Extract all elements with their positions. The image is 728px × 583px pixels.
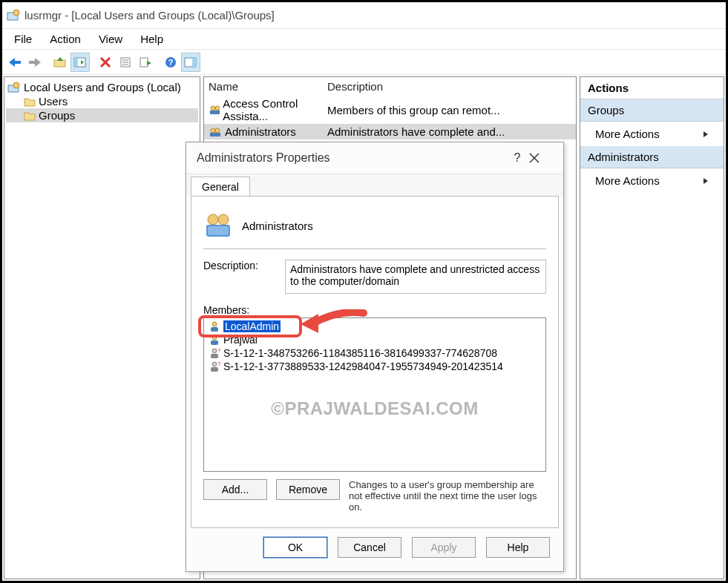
svg-point-26 xyxy=(211,128,215,133)
tree-root-label: Local Users and Groups (Local) xyxy=(24,81,181,93)
title-text: lusrmgr - [Local Users and Groups (Local… xyxy=(24,9,275,22)
folder-icon xyxy=(24,96,36,107)
svg-text:?: ? xyxy=(168,58,174,67)
svg-point-24 xyxy=(215,106,220,111)
svg-point-22 xyxy=(13,82,19,88)
help-icon[interactable]: ? xyxy=(161,53,180,72)
group-mgr-icon xyxy=(7,82,21,93)
svg-point-41 xyxy=(212,349,217,353)
show-hide-pane-icon[interactable] xyxy=(70,53,90,72)
up-folder-icon[interactable] xyxy=(50,53,70,72)
svg-point-27 xyxy=(215,128,220,133)
svg-rect-28 xyxy=(210,133,220,136)
action-pane-icon[interactable] xyxy=(181,53,200,72)
svg-rect-4 xyxy=(54,60,65,67)
tree-pane: Local Users and Groups (Local) Users Gro… xyxy=(4,76,200,579)
menu-file[interactable]: File xyxy=(8,31,44,47)
menu-help[interactable]: Help xyxy=(134,31,175,47)
description-label: Description: xyxy=(203,260,270,294)
tree-root[interactable]: Local Users and Groups (Local) xyxy=(6,80,198,94)
tree-users-label: Users xyxy=(39,95,68,108)
back-icon[interactable] xyxy=(5,53,24,72)
svg-rect-40 xyxy=(211,340,218,345)
svg-marker-29 xyxy=(704,131,708,137)
svg-rect-45 xyxy=(211,367,218,372)
group-name: Administrators xyxy=(242,220,313,232)
menu-view[interactable]: View xyxy=(93,31,134,47)
group-icon xyxy=(209,126,222,138)
titlebar: lusrmgr - [Local Users and Groups (Local… xyxy=(2,2,726,29)
toolbar: ? xyxy=(2,50,726,75)
svg-rect-25 xyxy=(210,111,220,114)
add-button[interactable]: Add... xyxy=(203,479,267,500)
svg-text:?: ? xyxy=(217,360,220,367)
member-row[interactable]: ? S-1-12-1-3773889533-1242984047-1955734… xyxy=(204,360,545,373)
properties-dialog: Administrators Properties ? General Admi… xyxy=(186,142,564,572)
svg-text:?: ? xyxy=(217,347,220,354)
tab-strip: General xyxy=(186,174,563,196)
svg-point-23 xyxy=(211,106,215,111)
col-name[interactable]: Name xyxy=(209,80,327,93)
help-button[interactable]: Help xyxy=(486,537,550,558)
delete-icon[interactable] xyxy=(96,53,115,72)
watermark-text: ©PRAJWALDESAI.COM xyxy=(204,398,545,419)
actions-header: Actions xyxy=(580,77,724,99)
menubar: File Action View Help xyxy=(2,29,726,50)
dialog-footer: OK Cancel Apply Help xyxy=(186,528,563,558)
svg-rect-42 xyxy=(211,354,218,358)
list-row[interactable]: Administrators Administrators have compl… xyxy=(204,124,576,139)
svg-marker-5 xyxy=(57,57,63,61)
dialog-title: Administrators Properties xyxy=(197,151,330,165)
properties-icon[interactable] xyxy=(116,53,135,72)
dialog-titlebar: Administrators Properties ? xyxy=(186,142,563,174)
svg-marker-47 xyxy=(301,314,318,333)
svg-point-1 xyxy=(13,10,19,16)
list-row[interactable]: Access Control Assista... Members of thi… xyxy=(204,96,576,124)
apply-button[interactable]: Apply xyxy=(412,537,476,558)
tab-general[interactable]: General xyxy=(191,177,250,197)
tree-groups[interactable]: Groups xyxy=(6,108,198,122)
annotation-arrow xyxy=(301,309,367,339)
dialog-body: Administrators Description: Administrato… xyxy=(191,196,559,528)
members-label: Members: xyxy=(203,304,546,316)
svg-point-44 xyxy=(212,362,217,366)
chevron-right-icon xyxy=(703,131,709,137)
description-field[interactable]: Administrators have complete and unrestr… xyxy=(285,260,546,294)
ok-button[interactable]: OK xyxy=(263,537,327,558)
remove-button[interactable]: Remove xyxy=(276,479,340,500)
close-icon[interactable] xyxy=(529,153,553,163)
svg-point-34 xyxy=(218,214,229,225)
svg-rect-15 xyxy=(140,58,148,67)
group-icon xyxy=(209,104,220,116)
tree-users[interactable]: Users xyxy=(6,94,198,108)
svg-marker-3 xyxy=(29,58,41,67)
col-desc[interactable]: Description xyxy=(327,80,571,93)
folder-icon xyxy=(24,111,36,121)
actions-section-admin: Administrators xyxy=(580,146,724,168)
menu-action[interactable]: Action xyxy=(44,31,93,47)
members-list[interactable]: LocalAdmin Prajwal ? S-1-12-1-348753266-… xyxy=(203,317,546,472)
group-large-icon xyxy=(203,211,233,240)
export-icon[interactable] xyxy=(136,53,155,72)
cancel-button[interactable]: Cancel xyxy=(338,537,401,558)
svg-marker-2 xyxy=(9,58,21,67)
dialog-help-icon[interactable]: ? xyxy=(505,151,529,165)
svg-marker-30 xyxy=(704,178,708,184)
member-row[interactable]: ? S-1-12-1-348753266-1184385116-38164993… xyxy=(204,346,545,360)
actions-pane: Actions Groups More Actions Administrato… xyxy=(580,76,724,579)
svg-rect-7 xyxy=(74,58,78,67)
app-icon xyxy=(7,9,20,22)
svg-rect-20 xyxy=(192,58,196,67)
membership-note: Changes to a user's group membership are… xyxy=(349,479,546,513)
user-unknown-icon: ? xyxy=(209,360,220,372)
actions-more-admin[interactable]: More Actions xyxy=(580,168,724,193)
forward-icon[interactable] xyxy=(25,53,45,72)
tree-groups-label: Groups xyxy=(39,109,75,122)
actions-more-groups[interactable]: More Actions xyxy=(580,122,724,146)
svg-point-33 xyxy=(208,214,218,225)
user-unknown-icon: ? xyxy=(209,347,220,359)
chevron-right-icon xyxy=(703,178,709,184)
svg-marker-16 xyxy=(147,61,151,65)
annotation-highlight xyxy=(198,315,302,337)
list-header[interactable]: Name Description xyxy=(204,77,576,96)
